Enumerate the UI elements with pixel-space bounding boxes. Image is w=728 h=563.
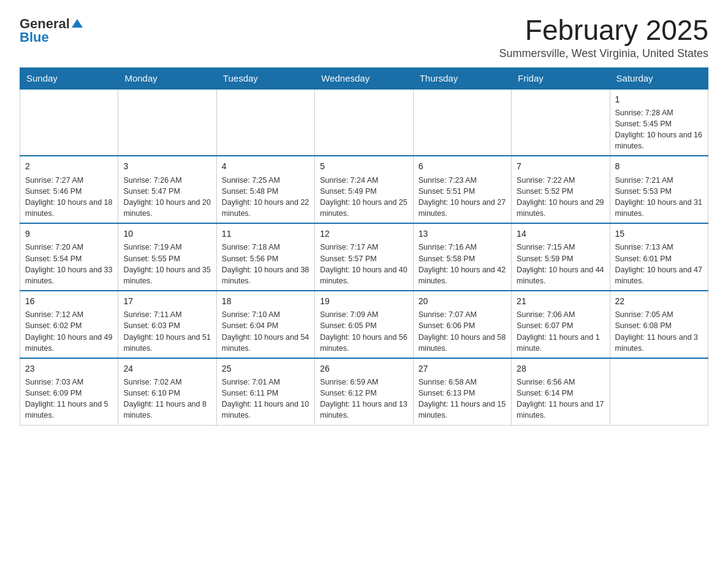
day-info-text: Sunrise: 7:12 AM xyxy=(25,309,113,320)
day-info-text: Daylight: 10 hours and 18 minutes. xyxy=(25,197,113,219)
day-info-text: Daylight: 10 hours and 33 minutes. xyxy=(25,264,113,286)
calendar-week-row: 23Sunrise: 7:03 AMSunset: 6:09 PMDayligh… xyxy=(20,358,708,425)
day-info-text: Sunrise: 6:59 AM xyxy=(320,377,408,388)
logo-blue-text: Blue xyxy=(20,31,49,44)
col-saturday: Saturday xyxy=(610,67,708,89)
col-friday: Friday xyxy=(512,67,610,89)
day-info-text: Sunrise: 7:03 AM xyxy=(25,377,113,388)
table-row: 13Sunrise: 7:16 AMSunset: 5:58 PMDayligh… xyxy=(413,223,511,291)
day-info-text: Daylight: 10 hours and 20 minutes. xyxy=(123,197,211,219)
day-number: 28 xyxy=(517,362,604,375)
day-number: 2 xyxy=(25,160,113,172)
calendar-week-row: 9Sunrise: 7:20 AMSunset: 5:54 PMDaylight… xyxy=(20,223,708,291)
day-info-text: Sunset: 6:10 PM xyxy=(123,388,211,399)
day-info-text: Sunrise: 7:13 AM xyxy=(615,242,703,253)
day-info-text: Daylight: 11 hours and 17 minutes. xyxy=(517,399,604,421)
day-info-text: Sunset: 5:47 PM xyxy=(123,186,211,197)
day-number: 16 xyxy=(25,295,113,307)
day-info-text: Daylight: 10 hours and 38 minutes. xyxy=(222,264,309,286)
table-row xyxy=(610,358,708,425)
table-row: 4Sunrise: 7:25 AMSunset: 5:48 PMDaylight… xyxy=(216,156,314,223)
col-monday: Monday xyxy=(118,67,216,89)
day-info-text: Sunset: 5:53 PM xyxy=(615,186,703,197)
day-info-text: Daylight: 11 hours and 1 minute. xyxy=(517,332,604,354)
day-info-text: Sunset: 6:05 PM xyxy=(320,320,408,331)
table-row: 28Sunrise: 6:56 AMSunset: 6:14 PMDayligh… xyxy=(512,358,610,425)
day-info-text: Sunset: 5:56 PM xyxy=(222,253,309,264)
col-wednesday: Wednesday xyxy=(315,67,413,89)
day-number: 3 xyxy=(123,160,211,172)
day-info-text: Sunrise: 7:01 AM xyxy=(222,377,309,388)
day-info-text: Sunset: 6:03 PM xyxy=(123,320,211,331)
day-info-text: Sunset: 5:54 PM xyxy=(25,253,113,264)
day-number: 27 xyxy=(419,362,506,375)
day-info-text: Daylight: 11 hours and 3 minutes. xyxy=(615,332,703,354)
table-row xyxy=(118,89,216,156)
day-info-text: Sunset: 6:13 PM xyxy=(419,388,506,399)
day-info-text: Daylight: 10 hours and 16 minutes. xyxy=(615,129,703,151)
table-row: 3Sunrise: 7:26 AMSunset: 5:47 PMDaylight… xyxy=(118,156,216,223)
day-info-text: Sunset: 6:06 PM xyxy=(419,320,506,331)
logo-general-text: General xyxy=(20,17,70,31)
day-info-text: Daylight: 11 hours and 15 minutes. xyxy=(419,399,506,421)
day-info-text: Sunset: 5:58 PM xyxy=(419,253,506,264)
table-row: 7Sunrise: 7:22 AMSunset: 5:52 PMDaylight… xyxy=(512,156,610,223)
day-number: 20 xyxy=(419,295,506,307)
day-info-text: Sunrise: 7:21 AM xyxy=(615,175,703,186)
day-number: 8 xyxy=(615,160,703,172)
day-number: 4 xyxy=(222,160,309,172)
day-info-text: Daylight: 10 hours and 47 minutes. xyxy=(615,264,703,286)
table-row: 8Sunrise: 7:21 AMSunset: 5:53 PMDaylight… xyxy=(610,156,708,223)
day-info-text: Sunset: 5:45 PM xyxy=(615,118,703,129)
table-row: 9Sunrise: 7:20 AMSunset: 5:54 PMDaylight… xyxy=(20,223,118,291)
day-info-text: Daylight: 10 hours and 49 minutes. xyxy=(25,332,113,354)
table-row: 12Sunrise: 7:17 AMSunset: 5:57 PMDayligh… xyxy=(315,223,413,291)
day-info-text: Sunrise: 7:11 AM xyxy=(123,309,211,320)
table-row: 21Sunrise: 7:06 AMSunset: 6:07 PMDayligh… xyxy=(512,291,610,358)
table-row: 18Sunrise: 7:10 AMSunset: 6:04 PMDayligh… xyxy=(216,291,314,358)
day-info-text: Daylight: 10 hours and 51 minutes. xyxy=(123,332,211,354)
day-info-text: Sunrise: 7:18 AM xyxy=(222,242,309,253)
day-info-text: Daylight: 10 hours and 40 minutes. xyxy=(320,264,408,286)
day-info-text: Sunrise: 7:19 AM xyxy=(123,242,211,253)
day-info-text: Sunset: 6:07 PM xyxy=(517,320,604,331)
table-row xyxy=(216,89,314,156)
calendar-table: Sunday Monday Tuesday Wednesday Thursday… xyxy=(20,67,708,426)
table-row: 5Sunrise: 7:24 AMSunset: 5:49 PMDaylight… xyxy=(315,156,413,223)
day-info-text: Sunrise: 7:27 AM xyxy=(25,175,113,186)
day-number: 24 xyxy=(123,362,211,375)
day-info-text: Daylight: 10 hours and 22 minutes. xyxy=(222,197,309,219)
page-header: General Blue February 2025 Summersville,… xyxy=(20,15,708,60)
day-info-text: Sunrise: 7:20 AM xyxy=(25,242,113,253)
day-number: 22 xyxy=(615,295,703,307)
day-info-text: Daylight: 10 hours and 58 minutes. xyxy=(419,332,506,354)
table-row xyxy=(315,89,413,156)
day-number: 13 xyxy=(419,228,506,240)
day-info-text: Sunrise: 6:58 AM xyxy=(419,377,506,388)
day-info-text: Daylight: 11 hours and 13 minutes. xyxy=(320,399,408,421)
day-info-text: Sunset: 6:12 PM xyxy=(320,388,408,399)
day-number: 14 xyxy=(517,228,604,240)
day-number: 6 xyxy=(419,160,506,172)
calendar-week-row: 2Sunrise: 7:27 AMSunset: 5:46 PMDaylight… xyxy=(20,156,708,223)
day-number: 26 xyxy=(320,362,408,375)
day-info-text: Sunrise: 7:07 AM xyxy=(419,309,506,320)
table-row: 27Sunrise: 6:58 AMSunset: 6:13 PMDayligh… xyxy=(413,358,511,425)
day-number: 1 xyxy=(615,93,703,105)
table-row: 20Sunrise: 7:07 AMSunset: 6:06 PMDayligh… xyxy=(413,291,511,358)
table-row: 23Sunrise: 7:03 AMSunset: 6:09 PMDayligh… xyxy=(20,358,118,425)
day-info-text: Sunset: 5:52 PM xyxy=(517,186,604,197)
day-info-text: Sunrise: 7:09 AM xyxy=(320,309,408,320)
day-info-text: Sunrise: 7:26 AM xyxy=(123,175,211,186)
day-info-text: Sunrise: 7:05 AM xyxy=(615,309,703,320)
day-info-text: Daylight: 11 hours and 5 minutes. xyxy=(25,399,113,421)
day-number: 23 xyxy=(25,362,113,375)
day-number: 9 xyxy=(25,228,113,240)
day-info-text: Sunset: 6:02 PM xyxy=(25,320,113,331)
table-row: 11Sunrise: 7:18 AMSunset: 5:56 PMDayligh… xyxy=(216,223,314,291)
day-info-text: Sunrise: 7:16 AM xyxy=(419,242,506,253)
day-info-text: Sunrise: 7:15 AM xyxy=(517,242,604,253)
table-row: 26Sunrise: 6:59 AMSunset: 6:12 PMDayligh… xyxy=(315,358,413,425)
table-row xyxy=(413,89,511,156)
day-info-text: Sunset: 5:49 PM xyxy=(320,186,408,197)
